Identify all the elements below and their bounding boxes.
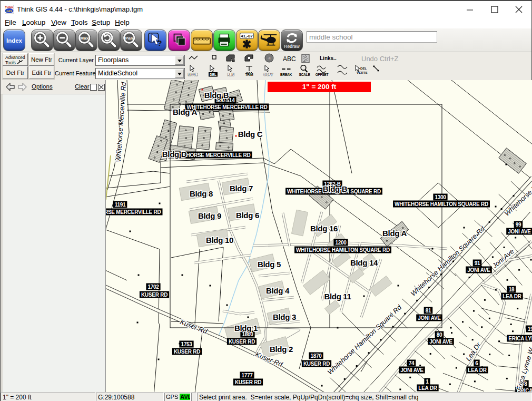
map-canvas[interactable]: WHITEHORSE MERCERVILLE RDWHITEHORSE MERC… bbox=[106, 80, 532, 392]
svg-text:-R: -R bbox=[268, 57, 271, 60]
identify-icon: ? bbox=[145, 30, 166, 51]
checkbox-checked[interactable] bbox=[98, 84, 105, 91]
layers-icon bbox=[169, 30, 190, 51]
road-banner-label: 1702 bbox=[147, 284, 159, 290]
menu-help[interactable]: Help bbox=[115, 17, 130, 26]
draw-circle-icon[interactable]: -R bbox=[265, 54, 273, 62]
building-label: Bldg B bbox=[204, 91, 229, 100]
clear-link[interactable]: Clear bbox=[75, 83, 89, 90]
draw-text-icon[interactable]: ABC bbox=[283, 55, 296, 63]
tool-ren-button[interactable]: REN bbox=[227, 65, 234, 76]
back-arrow-button[interactable] bbox=[5, 82, 16, 92]
forward-arrow-button[interactable] bbox=[16, 82, 28, 92]
layers-button[interactable] bbox=[168, 30, 190, 51]
gps-button[interactable]: 41,-87 bbox=[236, 30, 258, 51]
redraw-icon: Redraw bbox=[281, 30, 302, 51]
sidebar-panel bbox=[1, 94, 106, 392]
undo-button[interactable]: Undo Ctrl+Z bbox=[361, 55, 398, 63]
svg-text:MOVE: MOVE bbox=[188, 73, 198, 76]
road-banner-label: JONI AVE bbox=[400, 367, 423, 373]
road-banner-label: 91 bbox=[475, 260, 480, 266]
tool-linetool-button[interactable] bbox=[373, 66, 379, 72]
road-banner-label: LEA DR bbox=[468, 367, 487, 373]
menu-setup[interactable]: Setup bbox=[92, 17, 110, 26]
menu-tools[interactable]: Tools bbox=[71, 17, 88, 26]
svg-text:BREAK: BREAK bbox=[280, 73, 292, 76]
tool-del-button[interactable]: DEL bbox=[209, 65, 218, 77]
tool-copy-button[interactable]: COPY bbox=[263, 65, 273, 76]
building-label: Bldg 4 bbox=[266, 286, 290, 295]
building-label: Bldg A bbox=[173, 107, 197, 116]
zoom-prev-button[interactable] bbox=[98, 30, 120, 51]
tool-trim-button[interactable]: TRIM bbox=[245, 66, 253, 76]
road-banner-label: 1753 bbox=[181, 341, 192, 347]
zoom-max-button[interactable]: Max bbox=[75, 30, 97, 51]
close-button[interactable] bbox=[511, 3, 527, 16]
tool-delverts-button[interactable]: DELVERTS bbox=[356, 65, 368, 74]
status-gps: GPS AVL bbox=[164, 393, 191, 401]
heli-icon bbox=[259, 30, 280, 51]
measure-icon bbox=[191, 30, 212, 51]
svg-text:?: ? bbox=[157, 39, 162, 47]
menu-view[interactable]: View bbox=[51, 17, 66, 26]
pan-icon: Pan bbox=[121, 30, 142, 51]
building-label: Bldg 16 bbox=[310, 224, 338, 233]
svg-text:41,-87: 41,-87 bbox=[241, 34, 253, 38]
svg-text:COPY: COPY bbox=[263, 73, 273, 76]
road-banner-label: WHITEHORSE MERCERVILLE RD bbox=[106, 209, 161, 215]
redraw-button[interactable]: Redraw bbox=[281, 30, 303, 51]
building-label: Bldg D bbox=[162, 150, 187, 159]
tool-move-button[interactable]: MOVE bbox=[188, 65, 198, 76]
minimize-button[interactable] bbox=[462, 3, 478, 16]
maximize-button[interactable] bbox=[487, 3, 503, 16]
svg-text:OFFSET: OFFSET bbox=[316, 73, 329, 76]
road-banner-label: JONI AVE bbox=[429, 339, 452, 345]
road-banner-label: KUSER RD bbox=[303, 361, 330, 367]
svg-text:SCALE: SCALE bbox=[299, 73, 310, 76]
status-bar: 1" = 200 ft G:29:100588 GPS AVL Select p… bbox=[1, 392, 532, 401]
status-gps-box bbox=[191, 393, 196, 401]
zoom-in-button[interactable] bbox=[31, 30, 53, 51]
road-banner-label: 1777 bbox=[241, 373, 253, 378]
print-icon bbox=[214, 30, 235, 51]
road-banner-label: WHITEHORSE MERCERVILLE RD bbox=[186, 104, 267, 110]
draw-point-icon[interactable] bbox=[212, 55, 216, 59]
road-banner-label: KUSER RD bbox=[174, 349, 200, 355]
road-banner-label: JONI AVE bbox=[467, 267, 490, 273]
print-button[interactable] bbox=[213, 30, 235, 51]
tool-wave-button[interactable] bbox=[338, 65, 347, 74]
tool-scale-button[interactable]: SCALE bbox=[299, 65, 310, 76]
draw-image-icon[interactable] bbox=[302, 54, 309, 63]
draw-area-icon[interactable] bbox=[226, 55, 234, 62]
zoom-out-button[interactable] bbox=[53, 30, 75, 51]
road-banner-label: 6 bbox=[475, 360, 478, 366]
svg-text:GIS: GIS bbox=[6, 9, 12, 13]
map-scale-banner: 1" = 200 ft bbox=[268, 82, 371, 92]
gps-label: GPS bbox=[166, 394, 178, 400]
menu-file[interactable]: File bbox=[5, 17, 16, 26]
nav-row: Options Clear bbox=[1, 80, 106, 94]
road-banner-label: KUSER RD bbox=[229, 339, 255, 345]
svg-text:TRIM: TRIM bbox=[245, 73, 253, 76]
svg-text:VERTS: VERTS bbox=[357, 71, 368, 74]
svg-text:DEL: DEL bbox=[210, 73, 216, 76]
draw-line-icon[interactable] bbox=[189, 56, 198, 59]
tool-break-button[interactable]: BREAK bbox=[280, 69, 292, 76]
menu-lookup[interactable]: Lookup bbox=[22, 17, 45, 26]
links-button[interactable]: Links.. bbox=[320, 55, 337, 61]
index-button[interactable]: Index bbox=[3, 30, 25, 51]
identify-button[interactable]: ? bbox=[144, 30, 166, 51]
measure-button[interactable] bbox=[191, 30, 213, 51]
svg-text:REN: REN bbox=[227, 73, 234, 76]
building-label: Bldg 1 bbox=[234, 324, 258, 332]
draw-area2-icon[interactable] bbox=[245, 55, 253, 61]
search-input[interactable] bbox=[307, 31, 437, 43]
road-banner-label: 74 bbox=[409, 360, 415, 366]
building-label: Bldg 8 bbox=[190, 189, 213, 198]
checkbox-empty[interactable] bbox=[90, 84, 97, 91]
building-label: Bldg 7 bbox=[230, 184, 253, 193]
pan-button[interactable]: Pan bbox=[120, 30, 142, 51]
heli-button[interactable] bbox=[258, 30, 280, 51]
tool-offset-button[interactable]: OFFSET bbox=[316, 66, 329, 76]
options-link[interactable]: Options bbox=[32, 83, 53, 90]
